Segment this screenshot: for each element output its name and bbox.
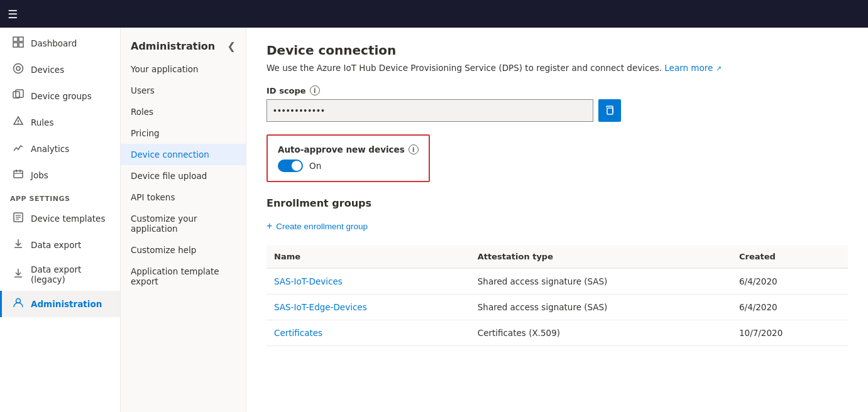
device-groups-icon <box>12 89 25 103</box>
mid-nav-app-template-export[interactable]: Application template export <box>121 261 246 292</box>
mid-nav-your-application[interactable]: Your application <box>121 58 246 80</box>
mid-nav-title-text: Administration <box>131 40 215 52</box>
sidebar-item-rules[interactable]: Rules <box>0 109 120 136</box>
svg-rect-0 <box>13 37 18 41</box>
mid-nav-device-connection[interactable]: Device connection <box>121 144 246 165</box>
enrollment-attestation-cell: Shared access signature (SAS) <box>470 295 732 320</box>
learn-more-link[interactable]: Learn more ↗ <box>664 63 722 73</box>
app-settings-header: App settings <box>0 188 120 205</box>
svg-rect-11 <box>14 171 23 178</box>
enrollment-name-link[interactable]: SAS-IoT-Devices <box>274 276 343 286</box>
enrollment-table-body: SAS-IoT-Devices Shared access signature … <box>266 268 848 346</box>
col-header-created: Created <box>732 246 848 268</box>
enrollment-created-cell: 10/7/2020 <box>732 320 848 346</box>
mid-nav-users[interactable]: Users <box>121 80 246 101</box>
page-title: Device connection <box>266 43 848 58</box>
sidebar-item-dashboard[interactable]: Dashboard <box>0 30 120 57</box>
enrollment-name-cell[interactable]: Certificates <box>266 320 470 346</box>
col-header-name: Name <box>266 246 470 268</box>
toggle-row: On <box>278 160 419 172</box>
enrollment-attestation-cell: Certificates (X.509) <box>470 320 732 346</box>
page-subtitle: We use the Azure IoT Hub Device Provisio… <box>266 63 848 73</box>
devices-icon <box>12 63 25 77</box>
sidebar-item-administration[interactable]: Administration <box>0 291 120 317</box>
sidebar-item-data-export[interactable]: Data export <box>0 232 120 258</box>
sidebar-item-device-groups[interactable]: Device groups <box>0 83 120 109</box>
svg-rect-3 <box>19 43 23 47</box>
enrollment-name-cell[interactable]: SAS-IoT-Devices <box>266 268 470 295</box>
app-body: Dashboard Devices Device groups Rules An <box>0 28 868 412</box>
auto-approve-toggle[interactable] <box>278 160 303 172</box>
copy-id-scope-button[interactable] <box>598 99 621 122</box>
hamburger-icon[interactable]: ☰ <box>8 8 18 21</box>
sidebar-item-device-groups-label: Device groups <box>31 91 92 101</box>
mid-nav-api-tokens[interactable]: API tokens <box>121 187 246 208</box>
mid-nav: Administration ❮ Your application Users … <box>121 28 246 412</box>
jobs-icon <box>12 168 25 182</box>
enrollment-name-link[interactable]: SAS-IoT-Edge-Devices <box>274 302 367 312</box>
table-row: Certificates Certificates (X.509) 10/7/2… <box>266 320 848 346</box>
data-export-icon <box>12 238 25 252</box>
sidebar-item-data-export-legacy[interactable]: Data export (legacy) <box>0 258 120 291</box>
sidebar-item-device-templates[interactable]: Device templates <box>0 205 120 232</box>
sidebar-item-data-export-legacy-label: Data export (legacy) <box>31 264 110 285</box>
sidebar-item-analytics[interactable]: Analytics <box>0 136 120 162</box>
auto-approve-label: Auto-approve new devices i <box>278 144 419 154</box>
plus-icon: + <box>266 220 272 232</box>
auto-approve-info-icon[interactable]: i <box>409 144 419 154</box>
svg-point-10 <box>18 123 19 124</box>
sidebar-item-data-export-label: Data export <box>31 240 81 250</box>
enrollment-table-header: Name Attestation type Created <box>266 246 848 268</box>
sidebar-item-analytics-label: Analytics <box>31 144 69 154</box>
sidebar-item-devices[interactable]: Devices <box>0 57 120 83</box>
svg-rect-1 <box>19 37 23 41</box>
sidebar-item-dashboard-label: Dashboard <box>31 38 77 48</box>
mid-nav-customize-help[interactable]: Customize help <box>121 239 246 261</box>
enrollment-name-cell[interactable]: SAS-IoT-Edge-Devices <box>266 295 470 320</box>
rules-icon <box>12 116 25 129</box>
svg-rect-22 <box>607 108 613 114</box>
sidebar-item-jobs-label: Jobs <box>31 170 48 180</box>
table-row: SAS-IoT-Edge-Devices Shared access signa… <box>266 295 848 320</box>
enrollment-created-cell: 6/4/2020 <box>732 295 848 320</box>
analytics-icon <box>12 142 25 156</box>
id-scope-row <box>266 99 848 122</box>
enrollment-created-cell: 6/4/2020 <box>732 268 848 295</box>
mid-nav-device-file-upload[interactable]: Device file upload <box>121 165 246 187</box>
dashboard-icon <box>12 36 25 50</box>
enrollment-name-link[interactable]: Certificates <box>274 328 322 338</box>
svg-point-5 <box>16 67 20 70</box>
mid-nav-customize-application[interactable]: Customize your application <box>121 208 246 239</box>
administration-icon <box>12 297 25 311</box>
auto-approve-box: Auto-approve new devices i On <box>266 134 430 182</box>
mid-nav-collapse-button[interactable]: ❮ <box>228 40 236 52</box>
copy-icon <box>605 106 615 116</box>
toggle-text: On <box>309 161 321 171</box>
top-bar: ☰ <box>0 0 868 28</box>
table-row: SAS-IoT-Devices Shared access signature … <box>266 268 848 295</box>
create-enrollment-button[interactable]: + Create enrollment group <box>266 217 368 236</box>
external-link-icon: ↗ <box>716 65 722 73</box>
mid-nav-pricing[interactable]: Pricing <box>121 122 246 144</box>
toggle-slider <box>278 160 303 172</box>
mid-nav-title-row: Administration ❮ <box>121 33 246 58</box>
id-scope-input[interactable] <box>266 99 593 122</box>
id-scope-label: ID scope i <box>266 85 848 95</box>
enrollment-groups-title: Enrollment groups <box>266 197 848 209</box>
sidebar-item-jobs[interactable]: Jobs <box>0 162 120 188</box>
main-content: Device connection We use the Azure IoT H… <box>246 28 868 412</box>
enrollment-table: Name Attestation type Created SAS-IoT-De… <box>266 246 848 346</box>
left-nav: Dashboard Devices Device groups Rules An <box>0 28 121 412</box>
sidebar-item-device-templates-label: Device templates <box>31 214 105 224</box>
svg-rect-2 <box>13 43 18 47</box>
device-templates-icon <box>12 212 25 225</box>
col-header-attestation: Attestation type <box>470 246 732 268</box>
sidebar-item-rules-label: Rules <box>31 117 53 127</box>
data-export-legacy-icon <box>12 268 25 281</box>
svg-point-4 <box>14 64 23 73</box>
sidebar-item-administration-label: Administration <box>31 299 102 309</box>
sidebar-item-devices-label: Devices <box>31 65 64 75</box>
enrollment-attestation-cell: Shared access signature (SAS) <box>470 268 732 295</box>
mid-nav-roles[interactable]: Roles <box>121 101 246 122</box>
id-scope-info-icon[interactable]: i <box>310 85 320 95</box>
